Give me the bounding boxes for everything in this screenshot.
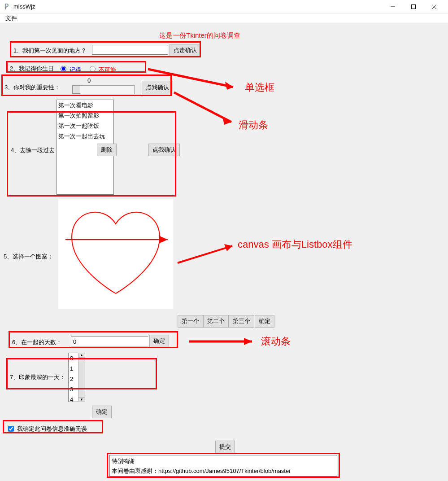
annotation-arrow-slider xyxy=(171,90,239,128)
q6-label: 6、在一起的天数： xyxy=(12,338,62,346)
scroll-up-icon[interactable]: ▲ xyxy=(78,353,85,358)
credits-title: 特别鸣谢 xyxy=(111,456,336,466)
q7-scrollbar[interactable]: ▲ ▼ xyxy=(78,353,85,402)
q7-label: 7、印象最深的一天： xyxy=(10,373,65,381)
annotation-slider: 滑动条 xyxy=(239,118,268,132)
credits-body: 本问卷由衷感谢：https://github.com/James95107/Tk… xyxy=(111,466,336,476)
q3-label: 3、你对我的重要性： xyxy=(4,83,60,92)
annotation-arrow-scrollbar xyxy=(187,335,258,348)
q4-confirm-button[interactable]: 点我确认 xyxy=(148,144,180,156)
q7-listbox[interactable]: 0 1 2 3 4 xyxy=(68,353,78,402)
q1-input[interactable] xyxy=(92,45,168,55)
minimize-button[interactable] xyxy=(383,0,403,13)
q4-delete-button[interactable]: 删除 xyxy=(97,144,117,156)
svg-marker-7 xyxy=(225,82,233,90)
svg-rect-1 xyxy=(412,4,416,9)
q4-label: 4、去除一段过去： xyxy=(11,146,61,154)
annotation-scrollbar: 滚动条 xyxy=(261,335,291,348)
svg-line-10 xyxy=(178,246,232,263)
q7-item[interactable]: 0 xyxy=(69,353,78,363)
q5-btn-first[interactable]: 第一个 xyxy=(178,315,203,328)
q5-btn-third[interactable]: 第三个 xyxy=(229,315,254,328)
scroll-down-icon[interactable]: ▼ xyxy=(78,397,85,402)
confirm-checkbox[interactable]: 我确定此问卷信息准确无误 xyxy=(6,424,87,433)
survey-header: 这是一份Tkinter的问卷调查 xyxy=(159,31,240,40)
q7-item[interactable]: 1 xyxy=(69,363,78,374)
q3-value: 0 xyxy=(87,77,91,84)
q2-radio-impossible[interactable]: 不可能 xyxy=(87,65,116,74)
q4-item[interactable]: 第一次一起出去玩 xyxy=(57,131,113,141)
content-area: 这是一份Tkinter的问卷调查 1、我们第一次见面的地方？ 点击确认 2、我记… xyxy=(0,23,448,481)
maximize-button[interactable] xyxy=(403,0,424,13)
q6-spinbox[interactable]: ▲ ▼ xyxy=(71,337,148,346)
q2-radio-remember[interactable]: 记得 xyxy=(58,65,81,74)
q4-item[interactable]: 第一次一起吃饭 xyxy=(57,121,113,131)
credits-box: 特别鸣谢 本问卷由衷感谢：https://github.com/James951… xyxy=(109,455,337,477)
menu-file[interactable]: 文件 xyxy=(3,14,20,22)
q5-canvas[interactable] xyxy=(58,199,173,309)
titlebar: missWjz xyxy=(0,0,448,13)
submit-button[interactable]: 提交 xyxy=(215,441,235,453)
q7-item[interactable]: 4 xyxy=(69,394,78,402)
app-icon xyxy=(4,3,11,10)
svg-marker-9 xyxy=(222,117,231,125)
q6-ok-button[interactable]: 确定 xyxy=(149,335,169,347)
confirm-checkbox-input[interactable] xyxy=(8,426,14,432)
q5-ok-button[interactable]: 确定 xyxy=(255,315,274,328)
q3-slider[interactable] xyxy=(72,85,135,94)
close-button[interactable] xyxy=(424,0,444,13)
q7-item[interactable]: 3 xyxy=(69,384,78,394)
q1-confirm-button[interactable]: 点击确认 xyxy=(170,44,201,57)
q1-label: 1、我们第一次见面的地方？ xyxy=(13,47,87,55)
annotation-radio: 单选框 xyxy=(245,81,274,94)
q7-ok-button[interactable]: 确定 xyxy=(92,406,112,418)
q2-label: 2、我记得你生日 xyxy=(10,65,54,73)
annotation-arrow-canvas xyxy=(174,243,237,266)
q5-btn-second[interactable]: 第二个 xyxy=(203,315,229,328)
svg-line-8 xyxy=(174,92,231,122)
svg-marker-5 xyxy=(160,236,168,243)
q5-label: 5、选择一个图案： xyxy=(4,253,53,261)
annotation-canvas: canvas 画布与Listbox组件 xyxy=(238,238,352,251)
q7-item[interactable]: 2 xyxy=(69,374,78,384)
svg-marker-13 xyxy=(244,338,252,345)
svg-marker-11 xyxy=(224,244,232,251)
confirm-checkbox-label: 我确定此问卷信息准确无误 xyxy=(17,425,87,433)
q4-item[interactable]: 第一次看电影 xyxy=(57,100,113,110)
menubar: 文件 xyxy=(0,13,448,23)
window-title: missWjz xyxy=(13,3,383,10)
q4-item[interactable]: 第一次拍照留影 xyxy=(57,110,113,121)
q3-confirm-button[interactable]: 点我确认 xyxy=(142,81,173,94)
q6-spinbox-input[interactable] xyxy=(71,337,150,346)
